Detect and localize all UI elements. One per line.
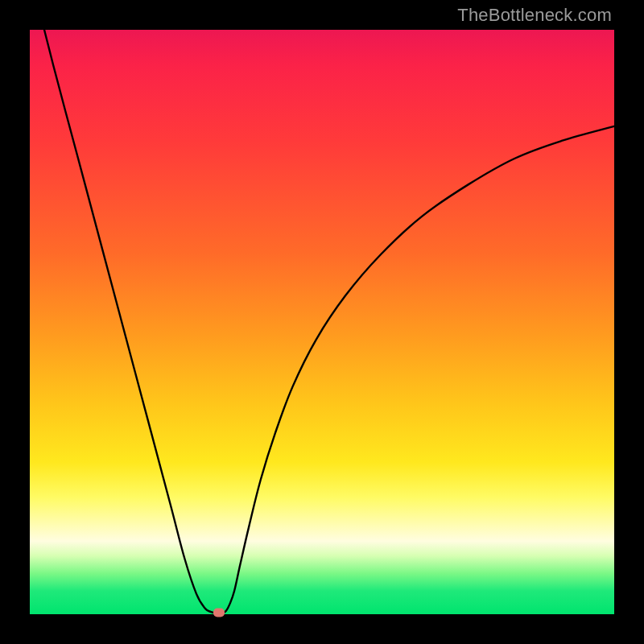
plot-area (30, 30, 614, 614)
optimal-point-marker (213, 608, 225, 617)
chart-frame: TheBottleneck.com (0, 0, 644, 644)
bottleneck-curve (30, 0, 614, 613)
curve-svg (30, 30, 614, 614)
watermark-label: TheBottleneck.com (457, 5, 612, 26)
